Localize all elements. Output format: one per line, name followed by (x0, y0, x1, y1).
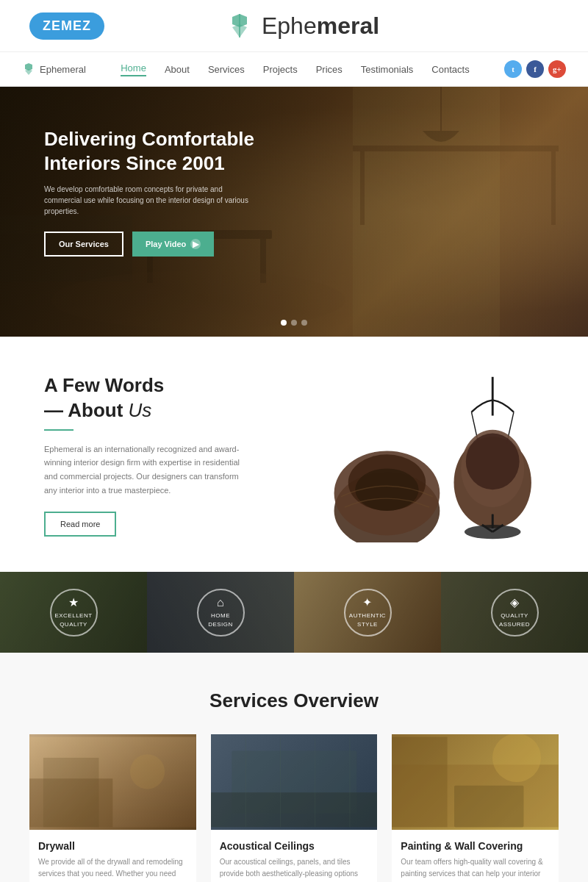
brand-name: Ephemeral (262, 12, 379, 40)
facebook-button[interactable]: f (526, 60, 544, 78)
zemez-logo[interactable]: ZEMEZ (29, 12, 104, 40)
service-desc-drywall: We provide all of the drywall and remode… (38, 856, 187, 882)
service-img-painting (392, 734, 559, 830)
nav-social: t f g+ (504, 60, 566, 78)
service-card-ceilings: Acoustical Ceilings Our acoustical ceili… (211, 734, 378, 882)
services-title: Services Overview (29, 689, 559, 712)
badge-icon-1: ★ (68, 595, 79, 611)
services-grid: Drywall We provide all of the drywall an… (29, 734, 559, 882)
service-info-painting: Painting & Wall Covering Our team offers… (392, 830, 559, 882)
service-name-painting: Painting & Wall Covering (401, 840, 550, 852)
badge-2: ⌂ Home Design (197, 589, 245, 637)
googleplus-button[interactable]: g+ (548, 60, 566, 78)
nav-brand-name: Ephemeral (40, 64, 86, 75)
service-info-ceilings: Acoustical Ceilings Our acoustical ceili… (211, 830, 378, 882)
svg-rect-30 (211, 792, 378, 827)
navigation: Ephemeral Home About Services Projects P… (0, 51, 588, 87)
brand-icon (225, 11, 254, 40)
banner-strip: ★ Excellent Quality ⌂ Home Design ✦ Auth… (0, 572, 588, 653)
about-image (279, 373, 544, 542)
about-title: A Few Words — About Us (44, 373, 250, 423)
svg-rect-36 (392, 737, 448, 828)
nav-link-prices[interactable]: Prices (316, 64, 343, 75)
nav-link-projects[interactable]: Projects (263, 64, 298, 75)
service-desc-ceilings: Our acoustical ceilings, panels, and til… (220, 856, 369, 882)
svg-point-20 (466, 433, 520, 490)
nav-brand-icon (22, 62, 35, 76)
hero-section: Delivering Comfortable Interiors Since 2… (0, 87, 588, 337)
service-name-ceilings: Acoustical Ceilings (220, 840, 369, 852)
services-section: Services Overview Drywall (0, 653, 588, 882)
service-info-drywall: Drywall We provide all of the drywall an… (29, 830, 196, 882)
badge-3: ✦ Authentic Style (344, 589, 392, 637)
service-img-drywall (29, 734, 196, 830)
badge-4: ◈ Quality Assured (491, 589, 539, 637)
badge-icon-4: ◈ (510, 595, 520, 611)
hero-buttons: Our Services Play Video ▶ (44, 232, 294, 257)
brand-logo: Ephemeral (225, 11, 379, 40)
svg-point-37 (492, 734, 541, 782)
about-divider (44, 429, 74, 431)
nav-link-about[interactable]: About (165, 64, 190, 75)
nav-links: Home About Services Projects Prices Test… (121, 62, 469, 76)
service-card-painting: Painting & Wall Covering Our team offers… (392, 734, 559, 882)
svg-rect-38 (454, 786, 523, 828)
svg-point-14 (355, 468, 418, 511)
service-name-drywall: Drywall (38, 840, 187, 852)
svg-rect-27 (43, 758, 99, 827)
about-description: Ephemeral is an internationally recogniz… (44, 442, 250, 498)
badge-icon-3: ✦ (362, 595, 373, 611)
about-section: A Few Words — About Us Ephemeral is an i… (0, 337, 588, 572)
top-bar: ZEMEZ Ephemeral (0, 0, 588, 51)
dot-2[interactable] (291, 320, 297, 326)
play-icon: ▶ (190, 239, 201, 249)
play-video-label: Play Video (146, 240, 186, 248)
dot-1[interactable] (281, 320, 287, 326)
nav-link-contacts[interactable]: Contacts (431, 64, 469, 75)
nav-link-testimonials[interactable]: Testimonials (361, 64, 414, 75)
nav-link-services[interactable]: Services (208, 64, 245, 75)
service-img-ceilings (211, 734, 378, 830)
nav-brand: Ephemeral (22, 62, 86, 76)
svg-point-28 (130, 754, 165, 789)
service-card-drywall: Drywall We provide all of the drywall an… (29, 734, 196, 882)
service-desc-painting: Our team offers high-quality wall coveri… (401, 856, 550, 882)
play-video-button[interactable]: Play Video ▶ (132, 232, 214, 257)
badge-icon-2: ⌂ (217, 595, 224, 611)
about-text: A Few Words — About Us Ephemeral is an i… (44, 373, 250, 537)
hero-description: We develop comfortable room concepts for… (44, 184, 250, 217)
badge-1: ★ Excellent Quality (50, 589, 98, 637)
dot-3[interactable] (301, 320, 307, 326)
services-button[interactable]: Our Services (44, 232, 123, 257)
nav-link-home[interactable]: Home (121, 62, 146, 76)
hero-title: Delivering Comfortable Interiors Since 2… (44, 127, 294, 175)
hero-dots (281, 320, 307, 326)
twitter-button[interactable]: t (504, 60, 522, 78)
hero-content: Delivering Comfortable Interiors Since 2… (44, 127, 294, 257)
read-more-button[interactable]: Read more (44, 512, 116, 537)
